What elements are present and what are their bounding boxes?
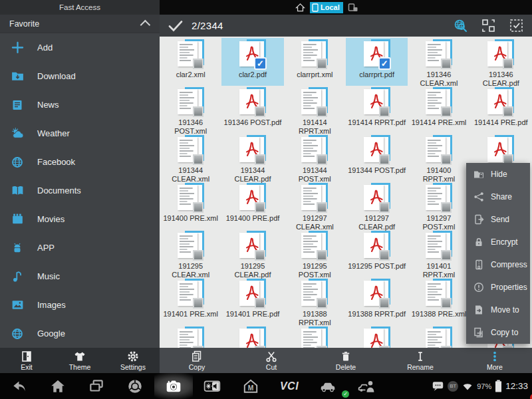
file-type-badge xyxy=(317,106,327,117)
vci-status-button[interactable]: VCI xyxy=(270,373,309,399)
file-tile[interactable]: 191414 PRE.pdf xyxy=(470,86,532,134)
file-tile[interactable]: clarrprt.pdf xyxy=(346,38,408,86)
file-tile[interactable]: 191344 POST.xml xyxy=(284,134,346,182)
sidebar-item-music[interactable]: Music xyxy=(0,262,160,291)
file-tile[interactable]: 191388 RPRT.xml xyxy=(284,277,346,325)
search-icon[interactable] xyxy=(454,19,467,33)
file-tile[interactable]: 191400 PRE.xml xyxy=(160,182,221,229)
file-tile[interactable]: 191346 POST.xml xyxy=(160,86,221,134)
file-tile[interactable]: 191414 RPRT.pdf xyxy=(346,86,408,134)
file-tile[interactable]: 191297 POST.xml xyxy=(408,182,469,229)
file-tile[interactable]: clarrprt.xml xyxy=(284,38,346,86)
sidebar-item-facebook[interactable]: Facebook xyxy=(0,148,160,176)
vehicle-connected-button[interactable] xyxy=(309,373,347,399)
file-tile[interactable]: 191297 CLEAR.xml xyxy=(284,182,346,229)
file-tile[interactable]: 191414 RPRT.xml xyxy=(284,86,346,134)
file-tile[interactable]: 191401 RPRT.xml xyxy=(408,229,469,277)
cut-button[interactable]: Cut xyxy=(234,348,309,373)
menu-item-send[interactable]: Send xyxy=(466,208,530,231)
news-icon xyxy=(9,98,25,112)
file-type-badge xyxy=(441,202,452,213)
favorite-header[interactable]: Favorite xyxy=(0,15,160,33)
file-tile[interactable]: 191344 CLEAR.pdf xyxy=(221,134,283,182)
menu-item-copy-to[interactable]: Copy to xyxy=(466,321,530,344)
menu-item-share[interactable]: Share xyxy=(466,186,530,208)
home-nav-icon xyxy=(49,378,66,395)
file-tile[interactable]: clar2.pdf xyxy=(221,38,283,86)
file-tile[interactable]: 191344 CLEAR.xml xyxy=(160,134,221,182)
camera-button[interactable] xyxy=(154,373,193,399)
home-button[interactable] xyxy=(39,373,77,399)
file-tile[interactable]: 191346 CLEAR.pdf xyxy=(470,38,532,86)
file-tile[interactable] xyxy=(160,325,221,348)
back-button[interactable] xyxy=(0,373,39,399)
menu-item-compress[interactable]: Compress xyxy=(466,253,530,276)
wifi-icon[interactable] xyxy=(462,381,473,391)
more-button[interactable]: More xyxy=(458,348,532,373)
android-icon xyxy=(9,241,25,255)
bluetooth-icon[interactable]: BT xyxy=(448,381,458,392)
file-tile[interactable]: 191295 CLEAR.pdf xyxy=(221,229,283,277)
rename-button[interactable]: Rename xyxy=(383,348,458,373)
file-tile[interactable]: 191388 RPRT.pdf xyxy=(346,277,408,325)
file-tile[interactable]: clar2.xml xyxy=(160,38,221,86)
theme-button[interactable]: Theme xyxy=(53,348,106,373)
file-tile[interactable]: 191346 CLEAR.xml xyxy=(408,38,469,86)
file-tile[interactable]: 191344 POST.pdf xyxy=(346,134,408,182)
copy-button[interactable]: Copy xyxy=(160,348,234,373)
sidebar-item-download[interactable]: Download xyxy=(0,62,160,90)
battery-icon xyxy=(495,380,502,392)
file-icon xyxy=(299,279,331,308)
file-tile[interactable] xyxy=(284,325,346,348)
menu-item-hide[interactable]: Hide xyxy=(466,163,530,186)
lock-icon xyxy=(473,237,484,247)
menu-item-encrypt[interactable]: Encrypt xyxy=(466,231,530,253)
sidebar-item-weather[interactable]: Weather xyxy=(0,119,160,148)
multi-select-icon[interactable] xyxy=(481,19,495,33)
chrome-button[interactable] xyxy=(116,373,154,399)
bottom-toolbar-left: Exit Theme Settings xyxy=(0,348,160,373)
exit-button[interactable]: Exit xyxy=(0,348,53,373)
menu-item-move-to[interactable]: Move to xyxy=(466,299,530,321)
sidebar-item-google[interactable]: Google xyxy=(0,319,160,348)
settings-button[interactable]: Settings xyxy=(106,348,160,373)
file-type-badge xyxy=(503,106,513,117)
display-audio-button[interactable] xyxy=(193,373,231,399)
sidebar-item-documents[interactable]: Documents xyxy=(0,176,160,205)
vehicle-service-button[interactable] xyxy=(347,373,386,399)
share-icon xyxy=(473,192,484,202)
brightness-speaker-icon xyxy=(203,378,221,395)
sidebar-item-app[interactable]: APP xyxy=(0,233,160,262)
file-tile[interactable]: 191297 CLEAR.pdf xyxy=(346,182,408,229)
sidebar-item-add[interactable]: Add xyxy=(0,33,160,62)
messages-icon[interactable] xyxy=(432,380,444,392)
file-tile[interactable] xyxy=(346,325,408,348)
file-tile[interactable]: 191414 PRE.xml xyxy=(408,86,469,134)
file-tile[interactable]: 191388 PRE.xml xyxy=(408,277,469,325)
file-tile[interactable]: 191295 POST.xml xyxy=(284,229,346,277)
file-tile[interactable] xyxy=(408,325,469,348)
sidebar-item-images[interactable]: Images xyxy=(0,291,160,319)
recents-button[interactable] xyxy=(77,373,116,399)
file-tile[interactable]: 191401 PRE.pdf xyxy=(221,277,283,325)
home-icon[interactable] xyxy=(295,3,305,13)
sidebar-item-movies[interactable]: Movies xyxy=(0,205,160,233)
file-tile[interactable]: 191400 RPRT.xml xyxy=(408,134,469,182)
remote-device-icon[interactable] xyxy=(348,3,358,13)
file-tile[interactable]: 191295 CLEAR.xml xyxy=(160,229,221,277)
globe-icon xyxy=(9,155,25,170)
select-all-icon[interactable] xyxy=(509,19,523,33)
m-home-app-button[interactable]: M xyxy=(231,373,270,399)
file-tile[interactable]: 191295 POST.pdf xyxy=(346,229,408,277)
sidebar-item-news[interactable]: News xyxy=(0,90,160,119)
menu-item-properties[interactable]: Properties xyxy=(466,276,530,299)
file-tile[interactable] xyxy=(221,325,283,348)
file-tile[interactable]: 191400 PRE.pdf xyxy=(221,182,283,229)
file-tile[interactable]: 191346 POST.pdf xyxy=(221,86,283,134)
local-storage-button[interactable]: Local xyxy=(310,2,343,13)
file-type-badge xyxy=(193,106,203,117)
file-name: 191414 RPRT.xml xyxy=(284,118,346,135)
file-name: 191388 PRE.xml xyxy=(408,310,469,319)
delete-button[interactable]: Delete xyxy=(309,348,383,373)
file-tile[interactable]: 191401 PRE.xml xyxy=(160,277,221,325)
